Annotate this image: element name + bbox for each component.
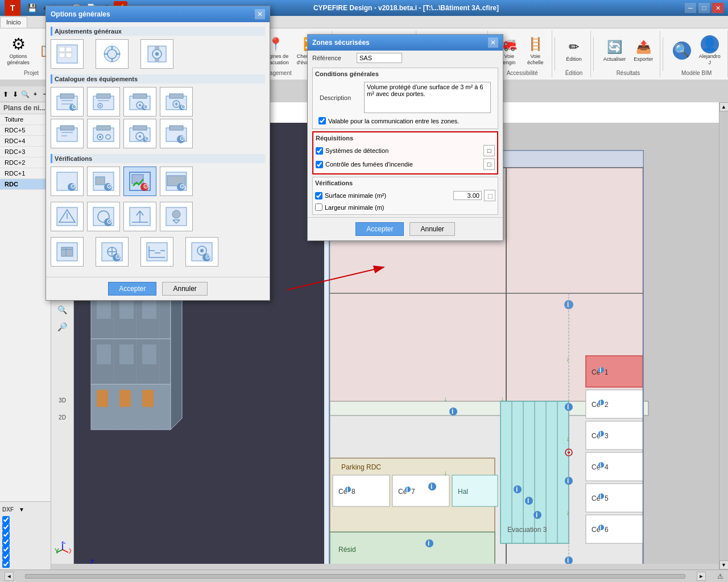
verif1-copy-btn[interactable]: ⬚ <box>484 190 495 201</box>
ver-tile-5[interactable] <box>51 202 84 231</box>
bim-search-btn[interactable]: 🔍 <box>670 40 694 61</box>
dxf-cb3[interactable] <box>2 531 10 538</box>
reference-input[interactable] <box>357 53 402 63</box>
dxf-cb6[interactable] <box>2 553 10 560</box>
close-btn[interactable]: ✕ <box>712 3 723 13</box>
bottom-scrollbar[interactable] <box>25 574 685 579</box>
ajust-tile-2[interactable] <box>96 39 129 69</box>
floor-rdc3[interactable]: RDC+3 <box>0 147 51 157</box>
cat-tile-1[interactable]: ⚙ <box>51 87 84 117</box>
dxf-cb2[interactable] <box>2 523 10 531</box>
dxf-cb7[interactable] <box>2 560 10 568</box>
lt-2d-btn[interactable]: 2D <box>53 410 72 426</box>
ver-tile-6[interactable]: ⚙ <box>87 202 120 231</box>
lt-zoom-in-btn[interactable]: 🔍 <box>53 302 72 318</box>
dialog-zones-close[interactable]: ✕ <box>488 38 498 48</box>
zones-annuler-btn[interactable]: Annuler <box>410 222 454 236</box>
valable-checkbox[interactable] <box>318 117 326 124</box>
save-btn[interactable]: 💾 <box>25 1 39 15</box>
lt-3d-btn[interactable]: 3D <box>53 393 72 409</box>
dialog-zones-titlebar[interactable]: Zones sécurisées ✕ <box>308 35 503 51</box>
options-accepter-btn[interactable]: Accepter <box>108 282 156 296</box>
ajustements-grid <box>51 39 265 69</box>
svg-text:⚙: ⚙ <box>179 182 185 190</box>
cat-tile-2[interactable] <box>87 87 120 117</box>
exporter-btn[interactable]: 📤 Exporter <box>631 36 656 64</box>
dialog-options-titlebar[interactable]: Options générales ✕ <box>46 6 270 22</box>
lt-zoom-out-btn[interactable]: 🔎 <box>53 319 72 335</box>
req1-btn[interactable]: □ <box>483 145 495 156</box>
actualiser-btn[interactable]: 🔄 Actualiser <box>601 36 629 64</box>
ajust-tile-3[interactable] <box>140 39 173 69</box>
actualiser-label: Actualiser <box>603 56 626 63</box>
mt-up-btn[interactable]: ⬆ <box>1 89 10 100</box>
verif1-value[interactable] <box>453 191 482 200</box>
ver-tile-3[interactable]: ⚙ <box>123 167 156 196</box>
floor-rdc[interactable]: RDC <box>0 179 51 190</box>
cat-tile-5[interactable] <box>51 119 84 148</box>
verif2-checkbox[interactable] <box>315 203 322 211</box>
ver-tile-10[interactable]: ⚙ <box>96 237 129 267</box>
options-annuler-btn[interactable]: Annuler <box>162 282 207 296</box>
floor-list: Toiture RDC+5 RDC+4 RDC+3 RDC+2 RDC+1 RD… <box>0 114 51 501</box>
voie-echelle-btn[interactable]: 🪜 Voieéchelle <box>523 34 547 68</box>
floor-rdc4[interactable]: RDC+4 <box>0 136 51 147</box>
ver-tile-1[interactable]: ⚙ <box>51 167 84 196</box>
verif1-checkbox[interactable] <box>315 192 322 199</box>
svg-text:⚙: ⚙ <box>179 135 185 143</box>
ver-tile-2[interactable]: ⚙ <box>87 167 120 196</box>
options-icon: ⚙ <box>9 35 27 53</box>
dxf-cb1[interactable] <box>2 516 10 523</box>
ver-tile-12[interactable]: ⚙ <box>185 237 218 267</box>
ver-tile-8[interactable] <box>160 202 193 231</box>
floor-rdc2[interactable]: RDC+2 <box>0 157 51 168</box>
status-left-btn[interactable]: ◄ <box>5 572 14 581</box>
ver-tile-11[interactable] <box>140 237 173 267</box>
svg-text:⚙: ⚙ <box>71 103 77 111</box>
cat-tile-4[interactable]: ⚙ <box>160 87 193 117</box>
svg-text:i: i <box>536 511 537 519</box>
dialog-options-close[interactable]: ✕ <box>255 9 265 19</box>
zones-accepter-btn[interactable]: Accepter <box>355 222 404 236</box>
ajust-tile-1[interactable] <box>51 39 84 69</box>
svg-rect-220 <box>61 247 73 256</box>
svg-rect-129 <box>59 47 65 52</box>
ver-tile-4[interactable]: ⚙ <box>160 167 193 196</box>
ver-tile-7[interactable] <box>123 202 156 231</box>
minimize-btn[interactable]: ─ <box>685 3 696 13</box>
maximize-btn[interactable]: □ <box>698 3 710 13</box>
verifications-title: Vérifications <box>315 180 495 186</box>
floor-rdc1[interactable]: RDC+1 <box>0 168 51 179</box>
floor-rdc5[interactable]: RDC+5 <box>0 125 51 136</box>
mt-down-btn[interactable]: ⬇ <box>11 89 20 100</box>
user-profile-btn[interactable]: 👤 AlejandroJ <box>696 34 723 68</box>
status-right-btn[interactable]: ► <box>697 572 706 581</box>
scroll-up-btn[interactable]: ▲ <box>719 102 729 111</box>
req1-checkbox[interactable] <box>316 147 323 155</box>
scroll-down-btn[interactable]: ▼ <box>719 560 729 569</box>
floor-list-title[interactable]: Plans de ni... <box>0 102 51 114</box>
dxf-menu-btn[interactable]: ▼ <box>16 504 27 515</box>
dxf-cb4[interactable] <box>2 538 10 546</box>
cat-tile-8[interactable]: ⚙ <box>160 119 193 148</box>
svg-text:↓: ↓ <box>444 469 447 477</box>
cat-tile-6[interactable] <box>87 119 120 148</box>
scroll-track[interactable] <box>720 111 728 560</box>
mt-zoom-btn[interactable]: 🔍 <box>20 89 30 100</box>
dxf-cb5[interactable] <box>2 546 10 553</box>
svg-rect-115 <box>119 344 134 364</box>
right-scrollbar[interactable]: ▲ ▼ <box>719 102 728 569</box>
options-generales-btn[interactable]: ⚙ Optionsgénérales <box>4 34 32 68</box>
req2-btn[interactable]: □ <box>483 159 495 170</box>
projet-label: Projet <box>24 70 39 76</box>
req2-checkbox[interactable] <box>316 161 323 168</box>
floor-toiture[interactable]: Toiture <box>0 114 51 125</box>
cat-tile-7[interactable]: ⚙ <box>123 119 156 148</box>
ver-tile-9[interactable] <box>51 237 84 267</box>
edition-btn[interactable]: ✏ Édition <box>562 36 586 64</box>
description-textarea[interactable]: Volume protégé d'une surface de 3 m² à 6… <box>364 82 491 113</box>
app-menu-btn[interactable]: T <box>5 0 20 16</box>
cat-tile-3[interactable]: ⚙ <box>123 87 156 117</box>
tab-home[interactable]: Inicio <box>0 16 27 28</box>
mt-add-btn[interactable]: + <box>31 89 40 100</box>
